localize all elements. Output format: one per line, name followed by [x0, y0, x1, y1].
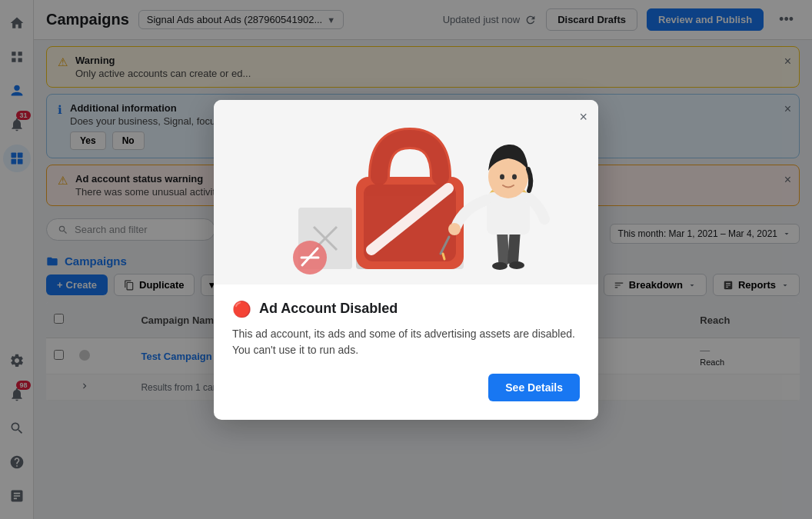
svg-line-29 [443, 254, 444, 259]
modal-title-row: 🔴 Ad Account Disabled [232, 300, 580, 318]
see-details-button[interactable]: See Details [488, 374, 580, 401]
svg-point-31 [500, 174, 504, 179]
modal-close-button[interactable]: × [579, 109, 587, 125]
modal-overlay[interactable]: × [0, 0, 812, 519]
svg-point-32 [512, 174, 517, 179]
svg-point-23 [492, 262, 508, 270]
modal-title: Ad Account Disabled [259, 301, 398, 317]
svg-point-24 [509, 261, 524, 269]
svg-rect-21 [497, 230, 509, 265]
svg-point-27 [448, 223, 461, 235]
modal-description: This ad account, its ads and some of its… [232, 326, 580, 358]
modal-body: 🔴 Ad Account Disabled This ad account, i… [214, 284, 598, 420]
modal: × [214, 100, 598, 420]
modal-illustration [214, 100, 598, 284]
modal-disabled-icon: 🔴 [232, 300, 251, 318]
modal-footer: See Details [232, 374, 580, 401]
svg-rect-26 [487, 192, 530, 235]
